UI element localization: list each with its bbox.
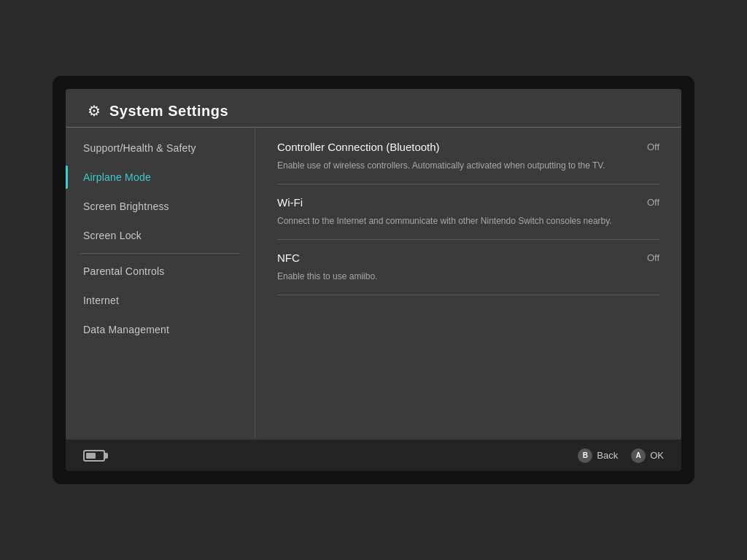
tv-frame: ⚙ System Settings Support/Health & Safet… (53, 76, 694, 484)
setting-row-nfc: NFCOff (277, 252, 659, 264)
sidebar-item-brightness[interactable]: Screen Brightness (66, 192, 255, 221)
setting-desc-nfc: Enable this to use amiibo. (277, 270, 659, 283)
setting-desc-wifi: Connect to the Internet and communicate … (277, 214, 659, 228)
sidebar-item-airplane[interactable]: Airplane Mode (66, 163, 255, 192)
main-content: Controller Connection (Bluetooth)OffEnab… (255, 128, 681, 439)
back-button[interactable]: B Back (578, 448, 618, 463)
setting-row-wifi: Wi-FiOff (277, 196, 659, 209)
battery-icon (83, 450, 105, 462)
setting-value-nfc: Off (647, 252, 659, 263)
sidebar: Support/Health & SafetyAirplane ModeScre… (66, 128, 255, 439)
footer-buttons: B Back A OK (578, 448, 664, 463)
sidebar-item-internet[interactable]: Internet (66, 286, 255, 315)
page-title: System Settings (109, 103, 228, 120)
screen: ⚙ System Settings Support/Health & Safet… (66, 89, 681, 471)
header: ⚙ System Settings (66, 89, 681, 128)
ok-label: OK (650, 450, 664, 461)
footer: B Back A OK (66, 439, 681, 471)
setting-name-wifi: Wi-Fi (277, 196, 303, 209)
sidebar-item-parental[interactable]: Parental Controls (66, 257, 255, 286)
content-area: Support/Health & SafetyAirplane ModeScre… (66, 128, 681, 439)
setting-desc-controller: Enable use of wireless controllers. Auto… (277, 159, 659, 172)
sidebar-item-screenlock[interactable]: Screen Lock (66, 221, 255, 250)
gear-icon: ⚙ (88, 102, 101, 120)
setting-name-controller: Controller Connection (Bluetooth) (277, 141, 440, 153)
footer-left (83, 450, 105, 462)
a-button-icon: A (631, 448, 646, 463)
setting-section-nfc[interactable]: NFCOffEnable this to use amiibo. (277, 240, 659, 295)
setting-section-wifi[interactable]: Wi-FiOffConnect to the Internet and comm… (277, 184, 659, 240)
sidebar-item-support[interactable]: Support/Health & Safety (66, 133, 255, 163)
ok-button[interactable]: A OK (631, 448, 664, 463)
back-label: Back (597, 450, 618, 461)
b-button-icon: B (578, 448, 592, 463)
setting-name-nfc: NFC (277, 252, 300, 264)
sidebar-item-datamanagement[interactable]: Data Management (66, 315, 255, 344)
setting-value-controller: Off (647, 141, 659, 152)
setting-section-controller[interactable]: Controller Connection (Bluetooth)OffEnab… (277, 135, 659, 184)
setting-value-wifi: Off (647, 197, 659, 208)
battery-fill (86, 453, 96, 459)
setting-row-controller: Controller Connection (Bluetooth)Off (277, 141, 659, 153)
sidebar-divider (80, 253, 240, 254)
